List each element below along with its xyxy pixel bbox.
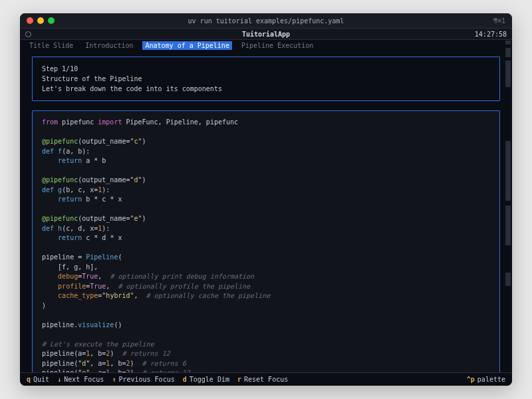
footer: qQuit↓Next Focus↑Previous FocusdToggle D… [20, 372, 512, 386]
step-title: Structure of the Pipeline [42, 74, 490, 84]
step-subtitle: Let's break down the code into its compo… [42, 84, 490, 94]
header-left [25, 31, 31, 37]
app-name: TuitorialApp [20, 31, 512, 38]
footer-next-focus[interactable]: ↓Next Focus [57, 376, 104, 383]
code-block: from pipefunc import PipeFunc, Pipeline,… [42, 118, 490, 372]
minimize-icon[interactable] [37, 17, 44, 24]
titlebar: uv run tuitorial examples/pipefunc.yaml … [20, 13, 512, 28]
step-panel: Step 1/10 Structure of the Pipeline Let'… [32, 57, 500, 101]
status-icon [25, 31, 31, 37]
window-badge: ⸿⌘1 [493, 17, 505, 25]
minimap [505, 40, 511, 371]
app-window: uv run tuitorial examples/pipefunc.yaml … [20, 13, 512, 386]
traffic-lights [27, 17, 55, 24]
tabs-row: Title SlideIntroductionAnatomy of a Pipe… [20, 40, 512, 53]
footer-reset-focus[interactable]: rReset Focus [237, 376, 288, 383]
clock: 14:27:58 [475, 31, 507, 38]
tab-title-slide[interactable]: Title Slide [27, 41, 76, 50]
close-icon[interactable] [27, 17, 33, 24]
footer-quit[interactable]: qQuit [27, 376, 49, 383]
zoom-icon[interactable] [48, 17, 55, 24]
tab-introduction[interactable]: Introduction [82, 41, 136, 50]
footer-previous-focus[interactable]: ↑Previous Focus [112, 376, 174, 383]
footer-palette[interactable]: ^ppalette [467, 376, 505, 383]
code-panel: from pipefunc import PipeFunc, Pipeline,… [32, 110, 500, 372]
tab-anatomy-of-a-pipeline[interactable]: Anatomy of a Pipeline [142, 41, 231, 50]
window-title: uv run tuitorial examples/pipefunc.yaml [20, 17, 512, 25]
app-header: TuitorialApp 14:27:58 [20, 28, 512, 40]
step-counter: Step 1/10 [42, 64, 490, 74]
content: Step 1/10 Structure of the Pipeline Let'… [20, 53, 512, 372]
footer-toggle-dim[interactable]: dToggle Dim [183, 376, 229, 383]
tab-pipeline-execution[interactable]: Pipeline Execution [239, 41, 316, 50]
